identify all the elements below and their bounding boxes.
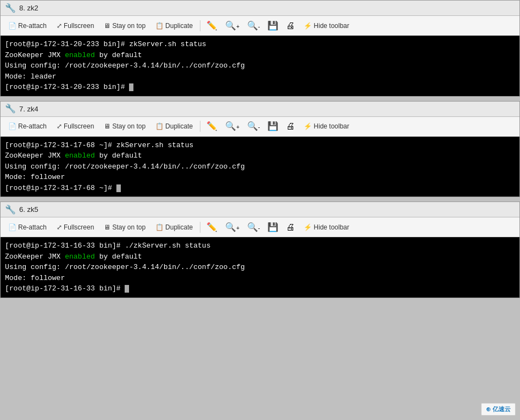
hide-toolbar-button-zk4[interactable]: ⚡ Hide toolbar <box>299 120 354 132</box>
terminal-line-zk2-4: [root@ip-172-31-20-233 bin]# <box>5 82 515 93</box>
save-button-zk5[interactable]: 💾 <box>264 221 282 234</box>
stay-on-top-button-zk2[interactable]: 🖥 Stay on top <box>99 20 150 32</box>
terminal-zk5: [root@ip-172-31-16-33 bin]# ./zkServer.s… <box>1 237 519 298</box>
hide-toolbar-button-zk5[interactable]: ⚡ Hide toolbar <box>299 221 354 233</box>
terminal-line-zk5-1: ZooKeeper JMX enabled by default <box>5 251 515 262</box>
terminal-line-zk4-0: [root@ip-172-31-17-68 ~]# zkServer.sh st… <box>5 140 515 151</box>
save-button-zk4[interactable]: 💾 <box>264 120 282 133</box>
terminal-line-zk4-1: ZooKeeper JMX enabled by default <box>5 150 515 161</box>
duplicate-button-zk2[interactable]: 📋 Duplicate <box>151 20 197 32</box>
zoom-in-icon-zk4: 🔍 <box>225 121 236 131</box>
reattach-icon: 📄 <box>8 22 16 30</box>
panel-icon-zk5: 🔧 <box>5 204 16 215</box>
watermark-logo: ⊕ 亿速云 <box>486 406 511 412</box>
terminal-line-zk2-3: Mode: leader <box>5 71 515 82</box>
terminal-line-zk5-0: [root@ip-172-31-16-33 bin]# ./zkServer.s… <box>5 240 515 251</box>
titlebar-zk2: 🔧 8. zk2 <box>1 1 519 16</box>
lightning-icon-zk5: ⚡ <box>304 223 312 231</box>
cursor-zk4 <box>116 184 121 192</box>
terminal-line-zk4-4: [root@ip-172-31-17-68 ~]# <box>5 183 515 194</box>
fullscreen-icon: ⤢ <box>57 22 62 30</box>
zoom-out-icon: 🔍 <box>247 21 258 30</box>
terminal-zk4: [root@ip-172-31-17-68 ~]# zkServer.sh st… <box>1 137 519 197</box>
stay-on-top-button-zk5[interactable]: 🖥 Stay on top <box>99 221 150 233</box>
reattach-icon-zk4: 📄 <box>8 122 16 130</box>
terminal-line-zk2-0: [root@ip-172-31-20-233 bin]# zkServer.sh… <box>5 39 515 50</box>
panel-zk4: 🔧 7. zk4 📄 Re-attach ⤢ Fullscreen 🖥 Stay… <box>0 101 520 198</box>
print-button-zk4[interactable]: 🖨 <box>283 120 298 133</box>
fullscreen-icon-zk5: ⤢ <box>57 223 62 231</box>
panel-icon-zk2: 🔧 <box>5 3 16 14</box>
zoom-in-button-zk4[interactable]: 🔍+ <box>222 120 243 133</box>
lightning-icon-zk4: ⚡ <box>304 122 312 130</box>
print-icon-zk4: 🖨 <box>286 121 295 131</box>
toolbar-sep-zk2 <box>200 20 200 31</box>
cursor-zk2 <box>129 83 133 91</box>
stay-on-top-button-zk4[interactable]: 🖥 Stay on top <box>99 120 150 132</box>
duplicate-icon-zk4: 📋 <box>155 122 164 130</box>
zoom-in-icon: 🔍 <box>225 21 236 30</box>
terminal-line-zk4-2: Using config: /root/zookeeper-3.4.14/bin… <box>5 161 515 172</box>
reattach-icon-zk5: 📄 <box>8 223 16 231</box>
terminal-line-zk4-3: Mode: follower <box>5 172 515 183</box>
duplicate-icon-zk5: 📋 <box>155 223 164 231</box>
edit-button-zk5[interactable]: ✏️ <box>203 221 221 234</box>
zoom-out-button-zk5[interactable]: 🔍- <box>244 221 263 234</box>
terminal-zk2: [root@ip-172-31-20-233 bin]# zkServer.sh… <box>1 36 519 96</box>
terminal-line-zk5-2: Using config: /root/zookeeper-3.4.14/bin… <box>5 262 515 273</box>
zoom-out-icon-zk4: 🔍 <box>247 121 258 131</box>
edit-icon-zk4: ✏️ <box>206 121 217 131</box>
fullscreen-button-zk2[interactable]: ⤢ Fullscreen <box>52 20 98 32</box>
terminal-line-zk5-4: [root@ip-172-31-16-33 bin]# <box>5 283 515 294</box>
watermark: ⊕ 亿速云 <box>481 403 516 416</box>
panel-title-zk5: 6. zk5 <box>19 205 38 214</box>
fullscreen-button-zk4[interactable]: ⤢ Fullscreen <box>52 120 98 132</box>
reattach-button-zk4[interactable]: 📄 Re-attach <box>4 120 51 132</box>
save-icon-zk5: 💾 <box>267 222 278 232</box>
zoom-in-icon-zk5: 🔍 <box>225 222 236 232</box>
edit-button-zk4[interactable]: ✏️ <box>203 120 221 133</box>
edit-icon-zk5: ✏️ <box>206 222 217 232</box>
edit-icon: ✏️ <box>206 21 217 30</box>
zoom-in-button-zk5[interactable]: 🔍+ <box>222 221 243 234</box>
terminal-line-zk5-3: Mode: follower <box>5 273 515 284</box>
stay-on-top-icon-zk5: 🖥 <box>104 223 110 231</box>
duplicate-button-zk5[interactable]: 📋 Duplicate <box>151 221 197 233</box>
save-button-zk2[interactable]: 💾 <box>264 19 282 32</box>
print-icon: 🖨 <box>286 21 295 30</box>
toolbar-sep-zk5 <box>200 222 200 233</box>
cursor-zk5 <box>125 285 129 293</box>
stay-on-top-icon: 🖥 <box>104 22 110 30</box>
toolbar-sep-zk4 <box>200 121 200 132</box>
save-icon-zk4: 💾 <box>267 121 278 131</box>
panel-icon-zk4: 🔧 <box>5 103 16 114</box>
print-button-zk2[interactable]: 🖨 <box>283 19 298 32</box>
hide-toolbar-button-zk2[interactable]: ⚡ Hide toolbar <box>299 20 354 32</box>
zoom-out-button-zk4[interactable]: 🔍- <box>244 120 263 133</box>
print-icon-zk5: 🖨 <box>286 222 295 232</box>
save-icon: 💾 <box>267 21 278 30</box>
edit-button-zk2[interactable]: ✏️ <box>203 19 221 32</box>
panel-title-zk2: 8. zk2 <box>19 4 38 12</box>
lightning-icon: ⚡ <box>304 22 312 30</box>
toolbar-zk4: 📄 Re-attach ⤢ Fullscreen 🖥 Stay on top 📋… <box>1 117 519 137</box>
zoom-in-button-zk2[interactable]: 🔍+ <box>222 19 243 32</box>
panel-zk2: 🔧 8. zk2 📄 Re-attach ⤢ Fullscreen 🖥 Stay… <box>0 0 520 97</box>
terminal-line-zk2-1: ZooKeeper JMX enabled by default <box>5 50 515 61</box>
duplicate-button-zk4[interactable]: 📋 Duplicate <box>151 120 197 132</box>
reattach-button-zk5[interactable]: 📄 Re-attach <box>4 221 51 233</box>
reattach-button-zk2[interactable]: 📄 Re-attach <box>4 20 51 32</box>
zoom-out-icon-zk5: 🔍 <box>247 222 258 232</box>
print-button-zk5[interactable]: 🖨 <box>283 221 298 234</box>
app-container: 🔧 8. zk2 📄 Re-attach ⤢ Fullscreen 🖥 Stay… <box>0 0 520 298</box>
panel-title-zk4: 7. zk4 <box>19 105 38 113</box>
fullscreen-button-zk5[interactable]: ⤢ Fullscreen <box>52 221 98 233</box>
toolbar-zk5: 📄 Re-attach ⤢ Fullscreen 🖥 Stay on top 📋… <box>1 217 519 237</box>
panel-zk5: 🔧 6. zk5 📄 Re-attach ⤢ Fullscreen 🖥 Stay… <box>0 201 520 298</box>
titlebar-zk4: 🔧 7. zk4 <box>1 102 519 117</box>
terminal-line-zk2-2: Using config: /root/zookeeper-3.4.14/bin… <box>5 60 515 71</box>
duplicate-icon: 📋 <box>155 22 164 30</box>
titlebar-zk5: 🔧 6. zk5 <box>1 202 519 217</box>
stay-on-top-icon-zk4: 🖥 <box>104 122 110 130</box>
zoom-out-button-zk2[interactable]: 🔍- <box>244 19 263 32</box>
